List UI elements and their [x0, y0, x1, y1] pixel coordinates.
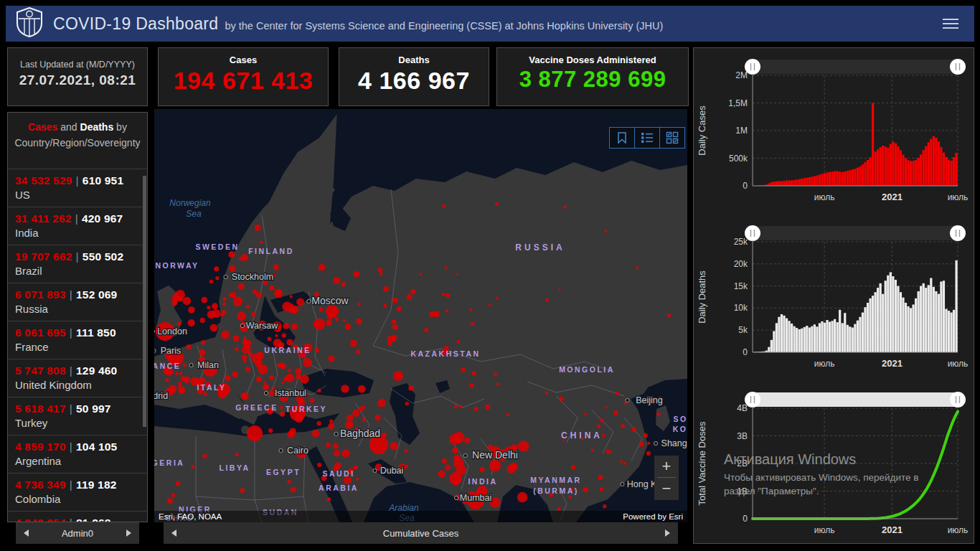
svg-text:SWEDEN: SWEDEN: [195, 242, 239, 251]
svg-text:1B: 1B: [737, 486, 748, 496]
svg-text:Stockholm: Stockholm: [232, 272, 273, 282]
svg-text:Norwegian: Norwegian: [169, 198, 211, 208]
svg-text:ITALY: ITALY: [197, 383, 226, 392]
daily-deaths-plot[interactable]: июль2021июль05k10k15k20k25kDaily Deaths: [694, 215, 974, 380]
svg-text:UKRAINE: UKRAINE: [264, 346, 311, 354]
prev-arrow-icon[interactable]: [24, 529, 29, 537]
svg-text:Cairo: Cairo: [287, 446, 308, 456]
svg-text:MONGOLIA: MONGOLIA: [559, 365, 615, 374]
range-slider-handle[interactable]: [950, 59, 966, 75]
total-vaccine-doses-plot[interactable]: июль2021июль01B2B3B4BTotal Vaccine Doses: [694, 381, 974, 546]
svg-text:1,5M: 1,5M: [728, 98, 748, 108]
map-layer-pager[interactable]: Cumulative Cases: [164, 522, 678, 544]
list-item[interactable]: 6 061 695|111 850France: [8, 321, 147, 359]
range-slider-handle[interactable]: [950, 392, 966, 408]
vaccine-value: 3 877 289 699: [497, 67, 688, 93]
legend-button[interactable]: [634, 127, 660, 149]
map[interactable]: NorwegianSeaArabianSeaNORWAYSWEDENFINLAN…: [154, 109, 687, 522]
zoom-out-button[interactable]: −: [654, 478, 679, 499]
app-header: COVID-19 Dashboard by the Center for Sys…: [6, 6, 974, 42]
country-list-panel: Cases and Deaths by Country/Region/Sover…: [7, 112, 148, 522]
daily-cases-plot[interactable]: июль2021июль0500k1M1,5M2MDaily Cases: [694, 48, 974, 213]
vaccine-panel: Vaccine Doses Administered 3 877 289 699: [496, 47, 689, 106]
svg-text:London: London: [157, 326, 187, 336]
svg-text:New Delhi: New Delhi: [472, 449, 518, 461]
admin-level-pager[interactable]: Admin0: [16, 522, 139, 544]
svg-text:MYANMAR: MYANMAR: [530, 476, 581, 484]
svg-text:3B: 3B: [737, 431, 748, 441]
svg-text:Daily Deaths: Daily Deaths: [697, 270, 707, 324]
svg-text:июль: июль: [814, 525, 835, 535]
scrollbar-thumb[interactable]: [143, 176, 146, 427]
list-item[interactable]: 34 532 529|610 951US: [8, 169, 147, 207]
svg-text:20k: 20k: [734, 259, 748, 269]
prev-arrow-icon[interactable]: [171, 529, 176, 537]
svg-text:Milan: Milan: [197, 360, 219, 370]
map-layer-label: Cumulative Cases: [383, 528, 459, 539]
list-item[interactable]: 5 747 808|129 460United Kingdom: [8, 359, 147, 397]
list-item[interactable]: 5 618 417|50 997Turkey: [8, 397, 147, 435]
map-attribution: Esri, FAO, NOAA Powered by Esri: [154, 511, 687, 522]
deaths-label: Deaths: [339, 55, 489, 65]
next-arrow-icon[interactable]: [665, 529, 670, 537]
basemap-button[interactable]: [659, 127, 685, 149]
svg-text:FRANCE: FRANCE: [154, 362, 181, 370]
svg-text:2B: 2B: [737, 458, 748, 468]
range-slider-handle[interactable]: [950, 225, 966, 241]
admin-level-label: Admin0: [62, 528, 93, 539]
svg-text:INDIA: INDIA: [468, 477, 497, 486]
svg-text:Daily Cases: Daily Cases: [697, 105, 707, 156]
vaccine-label: Vaccine Doses Administered: [497, 55, 688, 65]
svg-text:TURKEY: TURKEY: [286, 405, 327, 413]
last-updated-label: Last Updated at (M/D/YYYY): [8, 60, 147, 70]
svg-text:10k: 10k: [734, 303, 748, 313]
svg-text:FINLAND: FINLAND: [248, 247, 294, 255]
deaths-value: 4 166 967: [339, 67, 489, 95]
svg-text:CHINA: CHINA: [561, 430, 603, 441]
list-item[interactable]: 4 342 054|81 268Spain: [8, 511, 147, 522]
list-item[interactable]: 19 707 662|550 502Brazil: [8, 245, 147, 283]
svg-text:ARABIA: ARABIA: [319, 484, 359, 492]
svg-text:2021: 2021: [882, 358, 903, 369]
svg-text:0: 0: [743, 181, 748, 191]
daily-deaths-chart: июль2021июль05k10k15k20k25kDaily Deaths: [694, 215, 974, 380]
title-deaths-word: Deaths: [80, 121, 114, 133]
cases-panel: Cases 194 671 413: [158, 47, 329, 106]
svg-text:Mumbai: Mumbai: [460, 493, 491, 503]
bookmarks-button[interactable]: [609, 127, 635, 149]
svg-text:июль: июль: [814, 192, 835, 202]
list-item[interactable]: 4 859 170|104 105Argentina: [8, 435, 147, 473]
svg-text:15k: 15k: [734, 281, 748, 291]
list-item[interactable]: 6 071 893|152 069Russia: [8, 283, 147, 321]
zoom-in-button[interactable]: +: [654, 456, 679, 477]
title-and-word: and: [57, 121, 80, 133]
cases-value: 194 671 413: [159, 67, 328, 95]
last-updated-panel: Last Updated at (M/D/YYYY) 27.07.2021, 0…: [7, 47, 148, 106]
svg-text:Shanghai: Shanghai: [661, 438, 687, 448]
svg-text:0: 0: [743, 514, 748, 524]
charts-panel: июль2021июль0500k1M1,5M2MDaily Cases июл…: [693, 47, 974, 544]
menu-button[interactable]: [943, 19, 958, 29]
svg-text:25k: 25k: [734, 237, 748, 247]
powered-by-esri: Powered by Esri: [623, 512, 683, 521]
country-list-title: Cases and Deaths by Country/Region/Sover…: [8, 113, 147, 155]
svg-text:Moscow: Moscow: [311, 295, 349, 306]
deaths-panel: Deaths 4 166 967: [339, 47, 489, 106]
svg-text:Dubai: Dubai: [380, 466, 404, 476]
cases-label: Cases: [159, 55, 328, 65]
list-item[interactable]: 31 411 262|420 967India: [8, 207, 147, 245]
next-arrow-icon[interactable]: [126, 529, 131, 537]
svg-text:Baghdad: Baghdad: [340, 428, 380, 439]
svg-text:(BURMA): (BURMA): [533, 486, 579, 495]
page-subtitle: by the Center for Systems Science and En…: [225, 20, 663, 32]
svg-text:SAUDI: SAUDI: [322, 469, 354, 478]
svg-text:ALGERIA: ALGERIA: [154, 458, 184, 467]
page-title: COVID-19 Dashboard: [53, 14, 218, 34]
svg-text:0: 0: [743, 347, 748, 357]
svg-text:SOUTH: SOUTH: [673, 415, 687, 423]
svg-text:2021: 2021: [882, 524, 903, 535]
svg-text:LIBYA: LIBYA: [219, 463, 250, 472]
svg-text:Sea: Sea: [186, 209, 202, 219]
list-item[interactable]: 4 736 349|119 182Colombia: [8, 473, 147, 511]
svg-text:июль: июль: [948, 359, 969, 369]
